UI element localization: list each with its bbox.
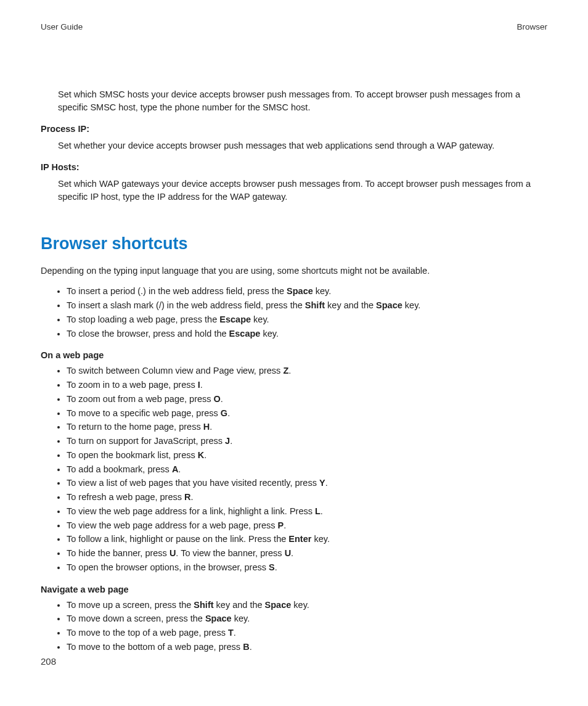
- key-label: Space: [376, 300, 402, 310]
- key-label: G: [221, 408, 227, 418]
- list-item: To move down a screen, press the Space k…: [67, 612, 547, 626]
- key-label: Z: [283, 366, 288, 376]
- key-label: Escape: [229, 329, 261, 339]
- list-item: To close the browser, press and hold the…: [67, 327, 547, 341]
- definition-term-ip-hosts: IP Hosts:: [41, 161, 547, 174]
- document-page: User Guide Browser Set which SMSC hosts …: [0, 0, 588, 706]
- list-item: To move up a screen, press the Shift key…: [67, 599, 547, 612]
- list-item: To view the web page address for a link,…: [67, 505, 547, 519]
- subheading-navigate: Navigate a web page: [41, 583, 547, 596]
- key-label: J: [225, 436, 230, 446]
- body-content: Set which SMSC hosts your device accepts…: [41, 88, 547, 654]
- key-label: Space: [287, 286, 313, 296]
- page-number: 208: [41, 656, 56, 667]
- subheading-on-a-web-page: On a web page: [41, 349, 547, 362]
- key-label: Shift: [305, 300, 325, 310]
- list-item: To move to a specific web page, press G.: [67, 407, 547, 421]
- shortcut-list-general: To insert a period (.) in the web addres…: [41, 285, 547, 340]
- list-item: To follow a link, highlight or pause on …: [67, 533, 547, 546]
- list-item: To view a list of web pages that you hav…: [67, 477, 547, 490]
- header-right: Browser: [517, 22, 547, 31]
- key-label: T: [228, 628, 234, 638]
- key-label: K: [198, 450, 204, 460]
- list-item: To refresh a web page, press R.: [67, 491, 547, 504]
- definition-desc-process-ip: Set whether your device accepts browser …: [58, 139, 547, 152]
- list-item: To view the web page address for a web p…: [67, 519, 547, 533]
- key-label: R: [184, 492, 190, 502]
- list-item: To open the browser options, in the brow…: [67, 561, 547, 575]
- list-item: To open the bookmark list, press K.: [67, 449, 547, 462]
- key-label: A: [172, 464, 178, 474]
- list-item: To move to the bottom of a web page, pre…: [67, 641, 547, 654]
- shortcut-list-webpage: To switch between Column view and Page v…: [41, 364, 547, 574]
- key-label: P: [278, 520, 284, 530]
- key-label: Escape: [219, 314, 251, 324]
- definition-desc-ip-hosts: Set which WAP gateways your device accep…: [58, 178, 547, 203]
- key-label: Space: [265, 600, 292, 610]
- key-label: H: [203, 422, 210, 432]
- key-label: Space: [205, 614, 232, 623]
- key-label: I: [198, 380, 200, 390]
- list-item: To zoom out from a web page, press O.: [67, 393, 547, 406]
- list-item: To add a bookmark, press A.: [67, 463, 547, 477]
- running-header: User Guide Browser: [41, 22, 547, 31]
- shortcut-list-navigate: To move up a screen, press the Shift key…: [41, 599, 547, 654]
- key-label: U: [169, 548, 176, 558]
- key-label: Y: [319, 478, 325, 488]
- key-label: U: [285, 548, 291, 558]
- section-lead: Depending on the typing input language t…: [41, 265, 547, 277]
- list-item: To stop loading a web page, press the Es…: [67, 313, 547, 327]
- definition-term-process-ip: Process IP:: [41, 123, 547, 136]
- key-label: Shift: [194, 600, 213, 610]
- list-item: To return to the home page, press H.: [67, 421, 547, 434]
- intro-paragraph: Set which SMSC hosts your device accepts…: [58, 88, 547, 114]
- list-item: To insert a period (.) in the web addres…: [67, 285, 547, 298]
- list-item: To insert a slash mark (/) in the web ad…: [67, 299, 547, 313]
- key-label: Enter: [288, 534, 311, 544]
- header-left: User Guide: [41, 22, 83, 31]
- list-item: To hide the banner, press U. To view the…: [67, 547, 547, 560]
- key-label: O: [214, 394, 221, 404]
- list-item: To zoom in to a web page, press I.: [67, 379, 547, 392]
- list-item: To turn on support for JavaScript, press…: [67, 435, 547, 448]
- key-label: S: [269, 562, 275, 572]
- key-label: B: [243, 642, 249, 652]
- section-title: Browser shortcuts: [41, 232, 547, 256]
- key-label: L: [315, 506, 321, 516]
- list-item: To move to the top of a web page, press …: [67, 626, 547, 640]
- list-item: To switch between Column view and Page v…: [67, 364, 547, 378]
